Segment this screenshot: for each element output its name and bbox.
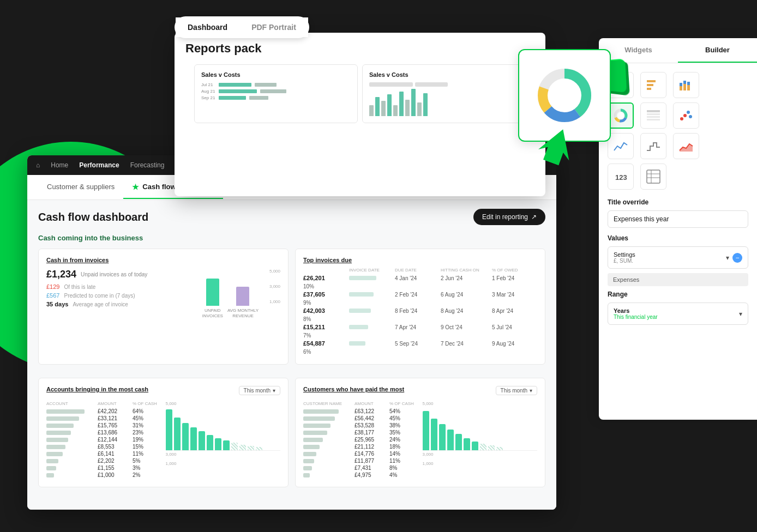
remove-settings-btn[interactable]: −: [732, 253, 742, 263]
widget-table-chart[interactable]: [640, 102, 666, 129]
range-select[interactable]: Years This financial year ▾: [608, 303, 748, 325]
acc-cbar-6: [207, 435, 213, 450]
view-toggle: Dashboard PDF Portrait: [175, 16, 309, 38]
cust-amt-6: £21,112: [355, 444, 387, 450]
nav-performance[interactable]: Performance: [79, 161, 119, 169]
widget-step-chart[interactable]: [640, 133, 666, 159]
acc-bar-1: [46, 409, 85, 414]
pdf-portrait-pill-btn[interactable]: PDF Portrait: [239, 17, 308, 37]
acc-pct-5: 19%: [133, 437, 160, 443]
cust-pct-5: 24%: [389, 437, 417, 443]
donut-svg: [534, 65, 594, 125]
acc-amt-4: £13,686: [98, 430, 130, 436]
cust-bar-5: [303, 438, 323, 442]
chart2-legend-bar2: [415, 82, 448, 87]
chevron-down-icon-range: ▾: [739, 310, 742, 318]
acc-chart-y-1000: 1,000: [166, 461, 281, 466]
title-override-input[interactable]: [608, 210, 748, 228]
cust-pct-6: 18%: [389, 444, 417, 450]
settings-sub: £, SUM.: [614, 258, 635, 264]
sales-costs-chart-2: Sales v Costs: [362, 64, 526, 123]
dashboard-pill-btn[interactable]: Dashboard: [176, 17, 239, 37]
acc-chart-y-3000: 3,000: [166, 452, 281, 457]
inv-bar-5: [349, 341, 365, 346]
cust-row-9: £7,4318%: [303, 465, 418, 471]
chart1-label1: Jul 21: [201, 82, 217, 87]
panel-tab-builder[interactable]: Builder: [678, 38, 757, 63]
panel-tab-widgets-label: Widgets: [624, 46, 652, 54]
widget-area-chart[interactable]: [673, 133, 699, 159]
expenses-chip: Expenses: [608, 273, 748, 286]
invoice-row-1: £26,201 4 Jan '24 2 Jun '24 1 Feb '24 10…: [303, 275, 537, 289]
widget-number[interactable]: 123: [608, 164, 634, 190]
acc-amt-5: £12,144: [98, 437, 130, 443]
acc-bar-2: [46, 416, 79, 421]
widget-line-chart[interactable]: [608, 133, 634, 159]
cust-cbar-3: [439, 424, 446, 450]
svg-rect-17: [687, 82, 690, 85]
top-row-cards: Cash in from invoices £1,234 Unpaid invo…: [38, 249, 545, 371]
settings-select[interactable]: Settings £, SUM. ▾ −: [608, 246, 748, 269]
widget-dots[interactable]: [673, 102, 699, 129]
panel-content: 123 Title override Values Settings £, SU…: [599, 63, 757, 334]
acc-amt-7: £6,141: [98, 451, 130, 457]
inv-pct-1: 10%: [303, 283, 347, 289]
svg-rect-9: [647, 80, 656, 82]
section-title-cash-coming-in: Cash coming into the business: [38, 234, 545, 242]
inv-pct-2: 9%: [303, 300, 347, 306]
widget-stacked-bar[interactable]: [673, 72, 699, 98]
acc-cbar-7: [215, 438, 221, 450]
this-month-dropdown[interactable]: This month ▾: [239, 386, 280, 395]
chart1-bar2: [219, 89, 257, 93]
inv-date-3: 8 Feb '24: [395, 308, 438, 314]
svg-point-29: [687, 111, 690, 114]
dashboard-content: Cash flow dashboard Edit in reporting ↗ …: [27, 200, 556, 510]
top-invoices-title: Top invoices due: [303, 257, 537, 263]
svg-point-22: [617, 112, 624, 119]
unpaid-bar-container: [206, 273, 219, 306]
svg-rect-12: [680, 86, 682, 90]
cust-row-1: £63,12254%: [303, 408, 418, 414]
range-period: This financial year: [614, 314, 658, 320]
avg-bar-container: [236, 273, 249, 306]
home-icon[interactable]: ⌂: [36, 161, 40, 169]
avg-bar-col: AVG MONTHLYREVENUE: [227, 273, 259, 318]
sales-costs-chart-1: Sales v Costs Jul 21 Aug 21 Sep 21: [194, 64, 358, 123]
dashboard-title: Cash flow dashboard: [38, 211, 148, 223]
customers-bar-chart: 5,000 3,000: [423, 401, 538, 479]
svg-point-27: [680, 117, 683, 120]
this-month-dropdown-customers[interactable]: This month ▾: [496, 386, 537, 395]
invoice-row-2: £37,605 2 Feb '24 6 Aug '24 3 Mar '24 9%: [303, 291, 537, 306]
cust-pct-7: 14%: [389, 451, 417, 457]
cust-chart-y-3000: 3,000: [423, 452, 538, 457]
chart1-bar2b: [260, 89, 286, 93]
top-invoices-card: Top invoices due INVOICE DATE DUE DATE H…: [295, 249, 545, 365]
acc-cbar-3: [182, 423, 189, 450]
widget-horiz-bar-chart[interactable]: [640, 72, 666, 98]
y-label-1000: 1,000: [269, 299, 280, 304]
widget-data-table[interactable]: [640, 164, 666, 190]
svg-rect-25: [647, 116, 660, 118]
range-left: Years This financial year: [614, 307, 658, 320]
accounts-split: ACCOUNT AMOUNT % OF CASH £42,20264% £33,…: [46, 401, 280, 479]
inv-date-1: 4 Jan '24: [395, 275, 438, 281]
inv-amount-4: £15,211: [303, 324, 347, 330]
vbar4: [387, 94, 392, 116]
acc-header-amount: AMOUNT: [98, 401, 130, 406]
svg-marker-5: [536, 124, 579, 168]
cust-bar-4: [303, 431, 327, 435]
acc-cbar-2: [174, 418, 181, 450]
nav-forecasting[interactable]: Forecasting: [130, 161, 165, 169]
cust-pct-2: 45%: [389, 415, 417, 421]
tab-customer-suppliers[interactable]: Customer & suppliers: [38, 176, 123, 198]
edit-in-reporting-button[interactable]: Edit in reporting ↗: [473, 209, 545, 225]
widget-donut[interactable]: [608, 102, 634, 129]
inv-amount-2: £37,605: [303, 291, 347, 298]
nav-home[interactable]: Home: [51, 161, 68, 169]
acc-cbar-12: [256, 447, 262, 450]
days-amount: 35 days: [46, 301, 68, 307]
inv-bar-1: [349, 276, 376, 280]
acc-cbar-5: [199, 431, 205, 450]
chart1-label3: Sep 21: [201, 95, 217, 100]
reports-window: Reports pack Sales v Costs Jul 21 Aug 21…: [175, 33, 545, 196]
